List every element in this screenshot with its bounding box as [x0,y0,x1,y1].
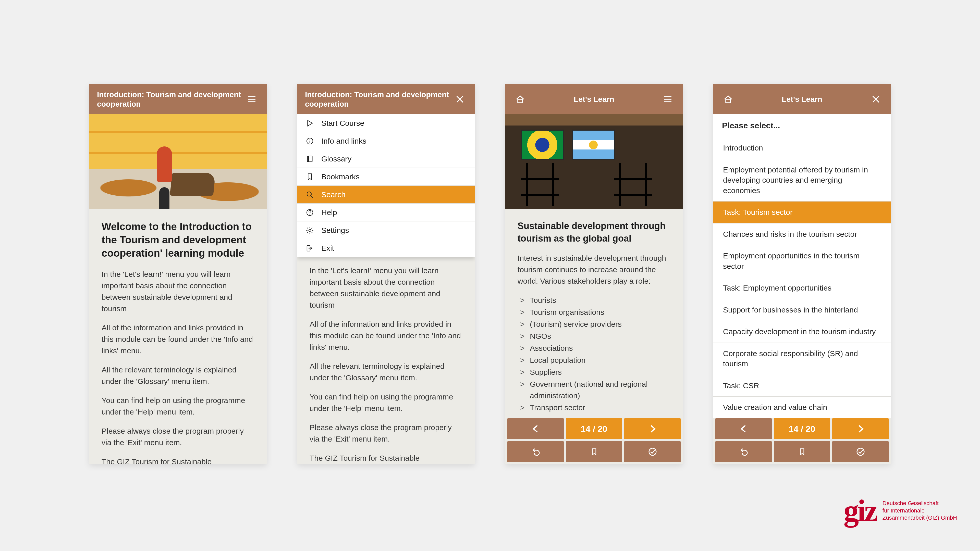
paragraph: You can find help on using the programme… [310,391,463,414]
menu-item-help[interactable]: Help [298,203,475,221]
home-button[interactable] [513,92,527,106]
paragraph: All of the information and links provide… [102,322,255,356]
lesson-select-list[interactable]: Introduction Employment potential offere… [713,137,891,418]
undo-icon [531,447,541,457]
glossary-icon [305,154,315,164]
header-title: Introduction: Tourism and development co… [305,90,453,109]
content: Welcome to the Introduction to the Touri… [89,209,267,464]
paragraph: All of the information and links provide… [310,318,463,353]
lesson-option[interactable]: Employment potential offered by tourism … [713,159,891,202]
select-heading: Please select... [713,114,891,137]
toolbar [713,439,891,464]
menu-item-glossary[interactable]: Glossary [298,150,475,168]
next-button[interactable] [832,418,889,439]
menu-item-settings[interactable]: Settings [298,221,475,239]
list-item: Tourism organisations [517,306,670,318]
content: Sustainable development through tourism … [505,209,682,418]
lesson-option[interactable]: Support for businesses in the hinterland [713,299,891,321]
menu-button[interactable] [661,92,675,106]
toolbar [505,439,682,464]
list-item: NGOs [517,330,670,342]
undo-button[interactable] [715,441,772,462]
header: Introduction: Tourism and development co… [298,84,475,114]
undo-icon [738,447,749,457]
list-item: (Tourism) service providers [517,318,670,330]
lesson-option[interactable]: Introduction [713,137,891,159]
close-icon [455,94,465,104]
menu-item-start-course[interactable]: Start Course [298,114,475,132]
page-indicator[interactable]: 14 / 20 [566,418,622,439]
screen-intro: Introduction: Tourism and development co… [89,84,267,464]
lesson-option[interactable]: Chances and risks in the tourism sector [713,224,891,245]
home-icon [723,94,733,104]
help-icon [305,208,315,218]
lesson-option[interactable]: Value creation and value chain [713,397,891,418]
pager: 14 / 20 [713,418,891,439]
menu-item-label: Glossary [321,155,352,163]
paragraph: In the 'Let's learn!' menu you will lear… [102,268,255,314]
menu-item-info-links[interactable]: Info and links [298,132,475,150]
home-button[interactable] [721,92,735,106]
bookmark-icon [305,172,315,182]
menu-item-exit[interactable]: Exit [298,239,475,257]
paragraph: You can find help on using the programme… [102,395,255,418]
lesson-option[interactable]: Corporate social responsibility (SR) and… [713,343,891,375]
menu-item-label: Settings [321,226,349,235]
close-button[interactable] [869,92,883,106]
menu-button[interactable] [245,92,259,106]
lesson-option[interactable]: Task: CSR [713,375,891,397]
list-item: Government (national and regional admini… [517,378,670,401]
stakeholder-list: Tourists Tourism organisations (Tourism)… [517,294,670,413]
header-title: Let's Learn [527,94,661,104]
hamburger-icon [247,94,257,104]
page-heading: Welcome to the Introduction to the Touri… [102,220,255,260]
list-item: Suppliers [517,366,670,378]
undo-button[interactable] [508,441,564,462]
giz-sub-line: für Internationale [883,507,957,514]
lesson-option[interactable]: Task: Employment opportunities [713,277,891,299]
paragraph: Please always close the program properly… [102,425,255,448]
close-icon [871,94,881,104]
check-circle-icon [856,447,865,457]
hero-image [505,114,682,209]
header-title: Introduction: Tourism and development co… [97,90,245,109]
menu-item-search[interactable]: Search [298,186,475,203]
header: Let's Learn [713,84,891,114]
play-icon [305,118,315,128]
list-item: Local population [517,354,670,366]
next-button[interactable] [624,418,681,439]
arrow-right-icon [647,423,658,434]
home-icon [515,94,525,104]
info-icon [305,136,315,146]
prev-button[interactable] [508,418,564,439]
arrow-left-icon [530,423,541,434]
list-item: Tourists [517,294,670,306]
paragraph: Interest in sustainable development thro… [517,252,670,287]
complete-button[interactable] [832,441,889,462]
prev-button[interactable] [715,418,772,439]
paragraph: Please always close the program properly… [310,422,463,445]
paragraph: All the relevant terminology is explaine… [310,360,463,383]
menu-item-label: Bookmarks [321,172,360,181]
screen-intro-menu-open: Introduction: Tourism and development co… [298,84,475,464]
giz-logo: giz Deutsche Gesellschaft für Internatio… [843,499,957,523]
menu-item-label: Exit [321,244,334,252]
complete-button[interactable] [624,441,681,462]
lesson-option[interactable]: Employment opportunities in the tourism … [713,245,891,277]
page-indicator[interactable]: 14 / 20 [774,418,830,439]
bookmark-icon [798,448,807,456]
menu-item-label: Info and links [321,137,366,145]
close-menu-button[interactable] [453,92,467,106]
giz-sub-line: Zusammenarbeit (GIZ) GmbH [883,514,957,522]
page-count: 14 / 20 [789,424,815,434]
hamburger-icon [663,94,673,104]
paragraph: All the relevant terminology is explaine… [102,364,255,387]
bookmark-button[interactable] [566,441,622,462]
main-menu: Start Course Info and links Glossary Boo… [298,114,475,257]
content-behind-menu: In the 'Let's learn!' menu you will lear… [298,257,475,464]
menu-item-bookmarks[interactable]: Bookmarks [298,168,475,186]
screen-lesson-select: Let's Learn Please select... Introductio… [713,84,891,464]
bookmark-button[interactable] [774,441,830,462]
lesson-option[interactable]: Capacity development in the tourism indu… [713,321,891,343]
lesson-option-active[interactable]: Task: Tourism sector [713,202,891,224]
